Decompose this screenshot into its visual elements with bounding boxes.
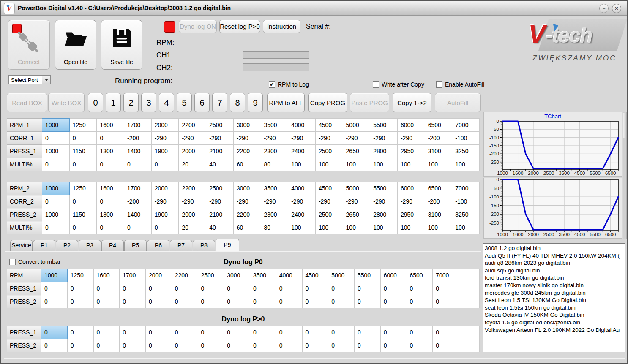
table-cell[interactable]: 0 [42, 132, 70, 145]
table-cell[interactable]: 0 [380, 295, 407, 308]
table-cell[interactable]: 0 [433, 326, 459, 339]
dyno-log-on-button[interactable]: Dyno log ON [179, 20, 217, 33]
table-cell[interactable]: -290 [233, 195, 261, 208]
table-cell[interactable]: 1000 [42, 208, 70, 221]
connect-button[interactable]: Connect [8, 20, 50, 70]
table-cell[interactable]: 0 [42, 195, 70, 208]
table-cell[interactable]: 100 [397, 221, 425, 234]
rpm-to-log-checkbox[interactable]: ✔ RPM to Log [269, 81, 309, 88]
table-cell[interactable]: 0 [69, 158, 97, 171]
table-cell[interactable]: 0 [276, 282, 302, 295]
table-cell[interactable]: -290 [370, 195, 398, 208]
file-list-item[interactable]: Skoda Octavia IV 150KM Go Digital.bin [485, 311, 625, 319]
table-cell[interactable]: 0 [276, 295, 302, 308]
table-cell[interactable]: 0 [93, 326, 120, 339]
table-cell[interactable]: -290 [315, 195, 343, 208]
table-cell[interactable]: 7000 [452, 182, 480, 195]
file-list-item[interactable]: audi q8 286km 2023 go digital.bin [485, 259, 625, 267]
table-cell[interactable]: 0 [42, 221, 70, 234]
table-cell[interactable]: 3000 [224, 269, 250, 282]
table-cell[interactable]: -290 [206, 195, 234, 208]
table-cell[interactable]: 100 [425, 158, 452, 171]
table-cell[interactable]: 0 [250, 326, 276, 339]
table-cell[interactable]: 5000 [343, 119, 370, 132]
table-cell[interactable]: -290 [288, 195, 316, 208]
table-cell[interactable]: 0 [120, 326, 146, 339]
enable-autofill-checkbox[interactable]: Enable AutoFill [436, 81, 484, 88]
tab-p7[interactable]: P7 [170, 240, 192, 251]
table-cell[interactable]: 6000 [397, 182, 425, 195]
table-cell[interactable]: 2200 [172, 269, 198, 282]
scrollbar-thumb[interactable] [623, 113, 626, 138]
table-cell[interactable]: 0 [93, 295, 120, 308]
rpm-to-all-button[interactable]: RPM to ALL [267, 93, 305, 112]
table-cell[interactable]: -100 [452, 132, 480, 145]
table-cell[interactable]: -290 [206, 132, 234, 145]
table-cell[interactable]: -290 [370, 132, 398, 145]
table-cell[interactable]: 4000 [276, 269, 302, 282]
table-cell[interactable]: 6500 [425, 119, 452, 132]
table-cell[interactable]: 0 [120, 282, 146, 295]
reset-log-button[interactable]: Reset log P>0 [219, 20, 260, 33]
table-cell[interactable]: 0 [172, 295, 198, 308]
table-cell[interactable]: 2650 [343, 145, 370, 158]
table-cell[interactable]: 100 [315, 158, 343, 171]
program-button-5[interactable]: 5 [177, 93, 192, 112]
file-list-item[interactable]: master 170km nowy silnik go digital.bin [485, 282, 625, 289]
table-cell[interactable]: 0 [276, 326, 302, 339]
table-cell[interactable]: 60 [233, 221, 261, 234]
table-cell[interactable]: 0 [120, 295, 146, 308]
table-cell[interactable]: 4500 [315, 182, 343, 195]
tab-p8[interactable]: P8 [193, 240, 215, 251]
file-list-item[interactable]: 3008 1.2 go digital.bin [485, 244, 625, 252]
table-cell[interactable]: 0 [302, 282, 328, 295]
table-cell[interactable]: 2200 [179, 119, 206, 132]
table-cell[interactable]: 1000 [41, 269, 68, 282]
table-cell[interactable]: 1250 [69, 119, 97, 132]
table-cell[interactable]: 2300 [261, 208, 288, 221]
table-cell[interactable]: 1150 [69, 208, 97, 221]
table-cell[interactable]: 0 [41, 282, 68, 295]
table-cell[interactable]: 1600 [93, 269, 120, 282]
table-cell[interactable]: 0 [97, 221, 124, 234]
tab-p4[interactable]: P4 [101, 240, 124, 251]
table-cell[interactable]: -200 [425, 132, 452, 145]
table-cell[interactable]: 0 [41, 295, 68, 308]
chart-panel-scrollbar[interactable] [623, 112, 627, 239]
table-cell[interactable]: 1900 [151, 208, 179, 221]
file-list-item[interactable]: Seat Leon 1.5 TSI 130KM Go Digital.bin [485, 296, 625, 304]
table-cell[interactable]: 100 [370, 221, 398, 234]
table-cell[interactable]: 2000 [146, 269, 172, 282]
table-cell[interactable]: 0 [380, 282, 407, 295]
table-cell[interactable]: 1250 [67, 269, 93, 282]
dropdown-arrow-button[interactable] [42, 76, 50, 84]
table-cell[interactable]: 2800 [370, 145, 398, 158]
table-cell[interactable]: 6500 [425, 182, 452, 195]
table-cell[interactable]: 40 [206, 158, 234, 171]
table-cell[interactable]: 0 [224, 326, 250, 339]
table-cell[interactable]: 0 [69, 221, 97, 234]
table-cell[interactable]: 0 [146, 295, 172, 308]
file-list-item[interactable]: audi sq5 go digital.bin [485, 267, 625, 274]
file-list-item[interactable]: mercedes gle 300d 245km go digital.bin [485, 289, 625, 297]
table-cell[interactable]: 1400 [124, 208, 152, 221]
table-cell[interactable]: 2000 [151, 182, 179, 195]
table-cell[interactable]: 100 [343, 221, 370, 234]
table-cell[interactable]: 2200 [179, 182, 206, 195]
table-cell[interactable]: 0 [172, 282, 198, 295]
tab-p3[interactable]: P3 [79, 240, 101, 251]
table-cell[interactable]: 2400 [288, 208, 316, 221]
checkbox-box[interactable] [436, 81, 442, 88]
table-cell[interactable]: 1250 [69, 182, 97, 195]
table-cell[interactable]: 1700 [120, 269, 146, 282]
table-cell[interactable]: -290 [343, 132, 370, 145]
table-cell[interactable]: 0 [250, 339, 276, 352]
table-cell[interactable]: 5500 [370, 119, 398, 132]
table-cell[interactable]: 100 [397, 158, 425, 171]
table-cell[interactable]: 6000 [397, 119, 425, 132]
table-cell[interactable]: 2000 [151, 119, 179, 132]
table-cell[interactable]: 0 [355, 282, 381, 295]
table-cell[interactable]: 0 [407, 326, 433, 339]
table-cell[interactable]: 2500 [198, 269, 224, 282]
program-button-4[interactable]: 4 [159, 93, 174, 112]
